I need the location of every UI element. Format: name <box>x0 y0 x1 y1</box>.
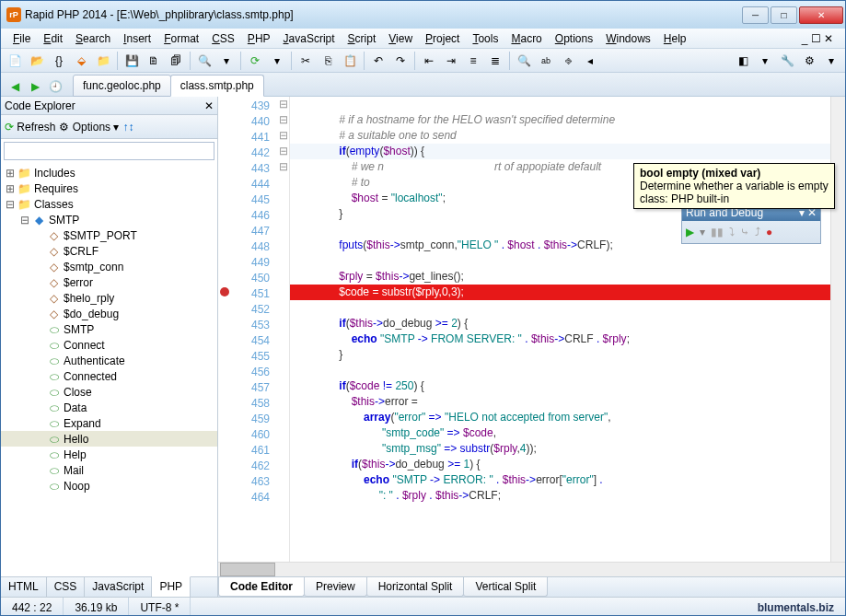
tree-node[interactable]: ⬭Data <box>1 400 217 415</box>
tree-node[interactable]: ◇$CRLF <box>1 243 217 259</box>
folder-icon[interactable]: 📁 <box>93 51 113 71</box>
copy-icon[interactable]: ⎘ <box>318 51 338 71</box>
nav-history-icon[interactable]: 🕘 <box>46 77 64 96</box>
php-icon[interactable]: ⬙ <box>71 51 91 71</box>
nav-fwd-icon[interactable]: ▶ <box>26 77 44 96</box>
tree-node[interactable]: ⊞📁Requires <box>1 180 217 196</box>
save-icon[interactable]: 💾 <box>122 51 142 71</box>
tree-node[interactable]: ⊟📁Classes <box>1 196 217 212</box>
line-gutter[interactable]: 4394404414424434444454464474484494504514… <box>231 97 277 562</box>
editor-tab[interactable]: Horizontal Split <box>366 577 465 597</box>
panel-close-icon[interactable]: ✕ <box>204 99 214 112</box>
explorer-tab[interactable]: CSS <box>47 577 86 597</box>
stop-icon[interactable]: ● <box>766 226 772 238</box>
explorer-tab[interactable]: HTML <box>1 577 47 597</box>
horizontal-scrollbar[interactable] <box>218 562 845 576</box>
menu-css[interactable]: CSS <box>205 30 241 47</box>
explorer-tree[interactable]: ⊞📁Includes⊞📁Requires⊟📁Classes⊟◆SMTP◇$SMT… <box>1 163 217 576</box>
tool3-icon[interactable]: 🔧 <box>777 51 797 71</box>
menu-insert[interactable]: Insert <box>117 30 157 47</box>
cut-icon[interactable]: ✂ <box>296 51 316 71</box>
indent-icon[interactable]: ⇥ <box>441 51 461 71</box>
tree-node[interactable]: ⬭Connect <box>1 337 217 353</box>
menu-options[interactable]: Options <box>549 30 599 47</box>
menu-view[interactable]: View <box>382 30 419 47</box>
tree-node[interactable]: ◇$smtp_conn <box>1 259 217 274</box>
step-into-icon[interactable]: ⤷ <box>740 226 749 238</box>
menu-javascript[interactable]: JavaScript <box>277 30 342 47</box>
explorer-search-input[interactable] <box>4 142 214 160</box>
tree-node[interactable]: ◇$helo_rply <box>1 290 217 306</box>
tree-node[interactable]: ⬭Hello <box>1 431 217 447</box>
sort-icon[interactable]: ↑↕ <box>122 121 133 134</box>
menu-project[interactable]: Project <box>419 30 466 47</box>
mdi-controls[interactable]: _ ☐ ✕ <box>795 30 840 47</box>
step-over-icon[interactable]: ⤵ <box>729 226 735 238</box>
menu-format[interactable]: Format <box>157 30 205 47</box>
tree-node[interactable]: ◇$do_debug <box>1 306 217 321</box>
menu-macro[interactable]: Macro <box>504 30 548 47</box>
close-button[interactable]: ✕ <box>799 6 843 24</box>
open-icon[interactable]: 📂 <box>27 51 47 71</box>
menu-windows[interactable]: Windows <box>599 30 657 47</box>
editor-tab[interactable]: Preview <box>304 577 367 597</box>
code-icon[interactable]: {} <box>49 51 69 71</box>
pause-icon[interactable]: ▮▮ <box>711 226 724 238</box>
menu-file[interactable]: File <box>6 30 37 47</box>
minimize-button[interactable]: ─ <box>742 6 769 24</box>
check-icon[interactable]: ▾ <box>267 51 287 71</box>
menu-edit[interactable]: Edit <box>37 30 69 47</box>
tree-node[interactable]: ⬭Noop <box>1 478 217 494</box>
menu-php[interactable]: PHP <box>241 30 277 47</box>
menu-tools[interactable]: Tools <box>466 30 504 47</box>
explorer-tab[interactable]: PHP <box>152 576 191 597</box>
list-icon[interactable]: ≡ <box>463 51 483 71</box>
file-tab[interactable]: class.smtp.php <box>170 75 264 97</box>
tree-node[interactable]: ◇$SMTP_PORT <box>1 227 217 243</box>
bookmark-icon[interactable]: ◂ <box>580 51 600 71</box>
options-button[interactable]: ⚙ Options ▾ <box>59 121 119 134</box>
preview-icon[interactable]: 🔍 <box>194 51 214 71</box>
editor-tab[interactable]: Vertical Split <box>463 577 548 597</box>
tool1-icon[interactable]: ◧ <box>733 51 753 71</box>
copy-all-icon[interactable]: 🗐 <box>166 51 186 71</box>
menu-search[interactable]: Search <box>69 30 117 47</box>
save-all-icon[interactable]: 🗎 <box>144 51 164 71</box>
replace-icon[interactable]: ab <box>536 51 556 71</box>
tree-node[interactable]: ◇$error <box>1 274 217 290</box>
outdent-icon[interactable]: ⇤ <box>419 51 439 71</box>
refresh-button[interactable]: ⟳ Refresh <box>5 121 55 134</box>
explorer-tab[interactable]: JavaScript <box>85 577 152 597</box>
list2-icon[interactable]: ≣ <box>485 51 505 71</box>
editor-tab[interactable]: Code Editor <box>218 577 305 597</box>
undo-icon[interactable]: ↶ <box>368 51 388 71</box>
debug-panel[interactable]: Run and Debug▾ ✕ ▶▾ ▮▮ ⤵ ⤷ ⤴ ● <box>681 203 821 244</box>
refresh-icon[interactable]: ⟳ <box>245 51 265 71</box>
nav-back-icon[interactable]: ◀ <box>6 77 24 96</box>
tree-node[interactable]: ⬭Mail <box>1 462 217 478</box>
file-tab[interactable]: func.geoloc.php <box>73 75 171 97</box>
step-out-icon[interactable]: ⤴ <box>755 226 760 238</box>
tree-node[interactable]: ⬭Connected <box>1 368 217 384</box>
tree-node[interactable]: ⬭Authenticate <box>1 353 217 368</box>
tree-node[interactable]: ⬭Help <box>1 447 217 462</box>
redo-icon[interactable]: ↷ <box>390 51 411 71</box>
tool4-icon[interactable]: ⚙ <box>799 51 819 71</box>
menu-help[interactable]: Help <box>657 30 693 47</box>
tool2-icon[interactable]: ▾ <box>755 51 775 71</box>
paste-icon[interactable]: 📋 <box>340 51 360 71</box>
menu-script[interactable]: Script <box>342 30 383 47</box>
app-icon: rP <box>6 7 21 22</box>
tree-node[interactable]: ⊞📁Includes <box>1 165 217 180</box>
tree-node[interactable]: ⬭SMTP <box>1 321 217 337</box>
tree-node[interactable]: ⬭Close <box>1 384 217 400</box>
find-icon[interactable]: 🔍 <box>514 51 534 71</box>
browser-icon[interactable]: ▾ <box>216 51 237 71</box>
tool5-icon[interactable]: ▾ <box>821 51 841 71</box>
tree-node[interactable]: ⬭Expand <box>1 415 217 431</box>
maximize-button[interactable]: □ <box>771 6 797 24</box>
new-file-icon[interactable]: 📄 <box>5 51 25 71</box>
goto-icon[interactable]: ⎆ <box>558 51 578 71</box>
run-icon[interactable]: ▶ <box>686 226 694 238</box>
tree-node[interactable]: ⊟◆SMTP <box>1 212 217 227</box>
